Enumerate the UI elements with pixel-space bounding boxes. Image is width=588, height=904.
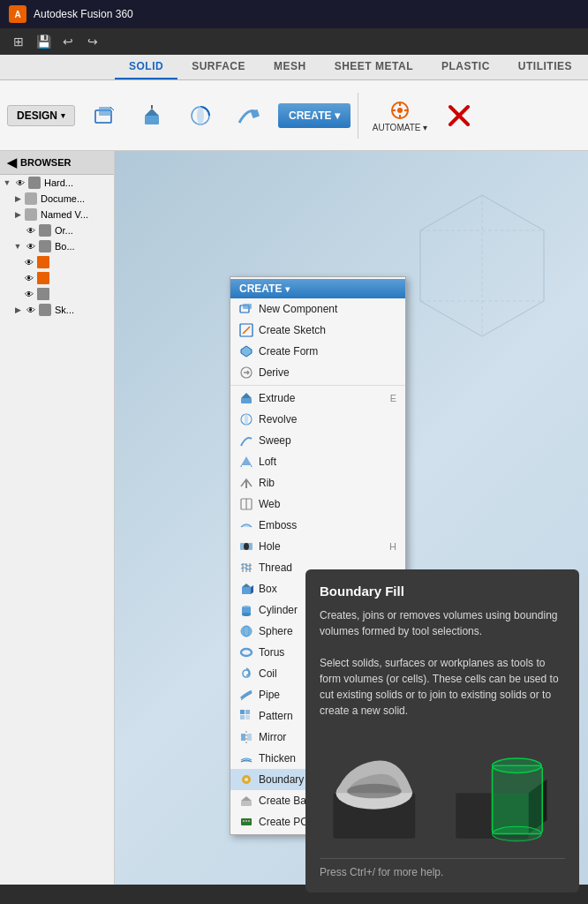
- browser-item-bo[interactable]: ▼ 👁 Bo...: [0, 238, 114, 254]
- menu-item-create-form[interactable]: Create Form: [230, 341, 405, 362]
- create-dropdown-button[interactable]: CREATE ▾: [278, 103, 351, 128]
- browser-item-label: Or...: [55, 225, 73, 236]
- svg-marker-42: [251, 585, 253, 594]
- menu-item-label: Sphere: [259, 625, 293, 637]
- browser-item-eye-only[interactable]: 👁: [0, 286, 114, 302]
- svg-line-24: [243, 327, 250, 334]
- menu-item-sweep[interactable]: Sweep: [230, 430, 405, 451]
- ribbon-extrude[interactable]: [130, 93, 176, 139]
- browser-item-orange1[interactable]: 👁: [0, 254, 114, 270]
- menu-item-rib[interactable]: Rib: [230, 472, 405, 493]
- ribbon-modify[interactable]: [436, 93, 482, 139]
- redo-button[interactable]: ↪: [83, 32, 102, 51]
- pattern-menu-icon: [239, 709, 253, 723]
- menu-item-label: Sweep: [259, 434, 291, 447]
- thread-menu-icon: [239, 561, 253, 575]
- menu-item-extrude[interactable]: Extrude E: [230, 388, 405, 409]
- visibility-icon[interactable]: 👁: [25, 240, 37, 252]
- tab-surface[interactable]: SURFACE: [177, 55, 260, 79]
- ribbon-sweep[interactable]: [225, 93, 271, 139]
- svg-marker-34: [240, 456, 253, 467]
- menu-item-label: Thread: [259, 561, 292, 574]
- svg-rect-1: [99, 107, 111, 116]
- revolve-icon: [188, 103, 213, 128]
- menu-item-web[interactable]: Web: [230, 493, 405, 515]
- create-sketch-menu-icon: [239, 323, 253, 337]
- save-button[interactable]: 💾: [34, 32, 53, 51]
- browser-item-document[interactable]: ▶ Docume...: [0, 191, 114, 207]
- grid-button[interactable]: ⊞: [9, 32, 28, 51]
- svg-rect-51: [245, 710, 250, 714]
- tab-plastic[interactable]: PLASTIC: [427, 55, 504, 79]
- menu-item-label: Torus: [259, 646, 284, 659]
- menu-item-emboss[interactable]: Emboss: [230, 515, 405, 536]
- browser-item-label: Named V...: [41, 209, 88, 220]
- tab-utilities[interactable]: UTILITIES: [504, 55, 586, 79]
- menu-item-label: Box: [259, 583, 277, 595]
- menu-item-derive[interactable]: Derive: [230, 362, 405, 383]
- menu-item-revolve[interactable]: Revolve: [230, 409, 405, 430]
- browser-panel: ◀ BROWSER ▼ 👁 Hard... ▶ Docume... ▶ Name…: [0, 151, 115, 901]
- svg-point-39: [244, 543, 249, 550]
- modify-icon: [447, 103, 471, 128]
- menu-shortcut-extrude: E: [390, 393, 396, 403]
- visibility-icon[interactable]: 👁: [23, 272, 35, 284]
- menu-item-new-component[interactable]: New Component: [230, 298, 405, 320]
- new-component-menu-icon: [239, 302, 253, 316]
- automate-button[interactable]: AUTOMATE ▾: [366, 94, 434, 136]
- quick-access-toolbar: ⊞ 💾 ↩ ↪: [0, 28, 588, 55]
- visibility-icon[interactable]: 👁: [23, 256, 35, 268]
- extrude-menu-icon: [239, 391, 253, 405]
- visibility-icon[interactable]: 👁: [25, 304, 37, 316]
- revolve-menu-icon: [239, 412, 253, 426]
- visibility-icon[interactable]: 👁: [23, 288, 35, 300]
- menu-item-create-sketch[interactable]: Create Sketch: [230, 320, 405, 341]
- svg-rect-53: [245, 715, 250, 719]
- tooltip-panel: Boundary Fill Creates, joins or removes …: [305, 569, 579, 893]
- menu-item-hole[interactable]: Hole H: [230, 536, 405, 557]
- svg-rect-59: [241, 801, 252, 806]
- browser-item-sk[interactable]: ▶ 👁 Sk...: [0, 302, 114, 318]
- design-button[interactable]: DESIGN ▾: [7, 105, 75, 126]
- svg-point-7: [197, 107, 204, 124]
- menu-item-label: Hole: [259, 540, 281, 553]
- toggle-icon: ▶: [12, 193, 23, 204]
- svg-rect-50: [240, 710, 245, 714]
- browser-item-hard[interactable]: ▼ 👁 Hard...: [0, 175, 114, 191]
- svg-point-46: [241, 626, 252, 637]
- undo-button[interactable]: ↩: [58, 32, 78, 51]
- boundary-fill-menu-icon: [239, 772, 253, 787]
- menu-item-label: Revolve: [259, 413, 297, 426]
- browser-title: BROWSER: [20, 157, 71, 168]
- svg-rect-22: [243, 304, 252, 309]
- tooltip-footer-text: Press Ctrl+/ for more help.: [320, 866, 443, 878]
- browser-item-named-v[interactable]: ▶ Named V...: [0, 207, 114, 222]
- canvas-area: CREATE ▾ New Component Create Sketch: [115, 151, 588, 901]
- web-menu-icon: [239, 497, 253, 511]
- svg-point-45: [242, 613, 251, 616]
- tab-sheet-metal[interactable]: SHEET METAL: [320, 55, 427, 79]
- ribbon-revolve[interactable]: [177, 93, 223, 139]
- tab-solid[interactable]: SOLID: [115, 55, 177, 79]
- browser-item-or[interactable]: ▶ 👁 Or...: [0, 222, 114, 238]
- browser-item-orange2[interactable]: 👁: [0, 270, 114, 286]
- app-title: Autodesk Fusion 360: [34, 8, 133, 20]
- tab-mesh[interactable]: MESH: [260, 55, 320, 79]
- svg-rect-52: [240, 715, 245, 719]
- browser-header: ◀ BROWSER: [0, 151, 114, 175]
- svg-rect-64: [248, 820, 250, 822]
- svg-point-33: [245, 414, 248, 425]
- create-label: CREATE ▾: [289, 109, 340, 122]
- toggle-icon: ▼: [12, 241, 23, 252]
- menu-item-label: Loft: [259, 456, 276, 468]
- sphere-menu-icon: [239, 624, 253, 638]
- cylinder-menu-icon: [239, 603, 253, 617]
- tooltip-image-area: [320, 729, 565, 848]
- visibility-icon[interactable]: 👁: [14, 177, 26, 189]
- visibility-icon[interactable]: 👁: [25, 224, 37, 237]
- menu-item-loft[interactable]: Loft: [230, 451, 405, 472]
- menu-item-label: Mirror: [259, 731, 286, 743]
- menu-item-label: New Component: [259, 303, 337, 315]
- svg-rect-3: [145, 116, 159, 124]
- ribbon-new-component[interactable]: [82, 93, 128, 139]
